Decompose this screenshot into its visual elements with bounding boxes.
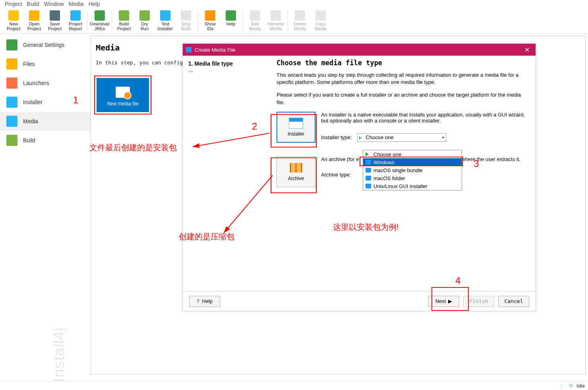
menu-window[interactable]: Window bbox=[43, 1, 66, 7]
choice-installer[interactable]: Installer bbox=[277, 112, 315, 143]
dialog-title-bar[interactable]: Create Media File ✕ bbox=[183, 44, 536, 56]
sidebar-item-general-settings[interactable]: General Settings bbox=[0, 35, 91, 54]
new-media-tile[interactable]: New media file bbox=[97, 78, 149, 112]
copy-media-icon bbox=[315, 10, 326, 21]
help-icon bbox=[226, 10, 236, 21]
open-project-icon bbox=[29, 10, 39, 21]
chevron-down-icon: ▾ bbox=[442, 135, 444, 140]
menu-project[interactable]: Project bbox=[3, 1, 24, 7]
wizard-p2: Please select if you want to create a fu… bbox=[277, 91, 529, 106]
menu-media[interactable]: Media bbox=[67, 1, 85, 7]
rename-media-icon bbox=[271, 10, 281, 21]
general-settings-icon bbox=[6, 39, 17, 50]
triangle-right-icon: ▶ bbox=[448, 298, 452, 304]
dry-run-icon bbox=[139, 10, 150, 21]
rename-media-button: RenameMedia bbox=[265, 10, 286, 32]
archive-type-label: Archive type: bbox=[321, 172, 351, 178]
project-report-button[interactable]: ProjectReport bbox=[65, 10, 86, 32]
choice-installer-label: Installer bbox=[288, 131, 304, 137]
new-project-icon bbox=[8, 10, 19, 21]
close-icon[interactable]: ✕ bbox=[518, 44, 536, 56]
launchers-icon bbox=[6, 78, 17, 89]
choice-archive[interactable]: Archive bbox=[277, 156, 315, 187]
dry-run-button[interactable]: DryRun bbox=[134, 10, 155, 32]
sidebar-label: General Settings bbox=[23, 42, 64, 48]
test-installer-icon bbox=[160, 10, 170, 21]
project-report-icon bbox=[70, 10, 81, 21]
dropdown-option[interactable]: Unix/Linux GUI installer bbox=[363, 182, 462, 190]
create-media-dialog: Create Media File ✕ 1. Media file type .… bbox=[182, 43, 536, 311]
sidebar-label: Launchers bbox=[23, 80, 49, 86]
download-jres-icon bbox=[95, 10, 105, 21]
show-ids-icon bbox=[205, 10, 215, 21]
files-icon bbox=[6, 58, 17, 70]
option-icon bbox=[366, 184, 371, 188]
option-icon bbox=[366, 160, 371, 165]
option-icon bbox=[366, 168, 371, 173]
installer-type-value: Choose one bbox=[366, 134, 393, 140]
sidebar-item-installer[interactable]: Installer bbox=[0, 93, 91, 112]
wizard-steps: 1. Media file type ... bbox=[183, 56, 270, 291]
choice-archive-label: Archive bbox=[288, 176, 304, 181]
installer-icon bbox=[6, 97, 17, 108]
annotation-box-1: New media file bbox=[94, 76, 151, 114]
edit-media-button: EditMedia bbox=[245, 10, 265, 32]
edit-media-icon bbox=[250, 10, 260, 21]
stop-build-icon bbox=[181, 10, 191, 21]
build-icon bbox=[6, 135, 17, 146]
open-project-button[interactable]: OpenProject bbox=[24, 10, 44, 32]
sidebar: General SettingsFilesLaunchersInstallerM… bbox=[0, 34, 91, 376]
dialog-footer: ? Help Next ▶ Finish Cancel bbox=[183, 291, 536, 311]
installer-icon bbox=[289, 118, 303, 129]
delete-media-button: DeleteMedia bbox=[290, 10, 310, 32]
next-button[interactable]: Next ▶ bbox=[428, 296, 459, 307]
dropdown-option[interactable]: Windows bbox=[363, 158, 462, 166]
installer-type-label: Installer type: bbox=[321, 134, 352, 140]
menu-help[interactable]: Help bbox=[87, 1, 102, 7]
dropdown-option[interactable]: macOS folder bbox=[363, 174, 462, 182]
sidebar-item-launchers[interactable]: Launchers bbox=[0, 74, 91, 93]
new-media-label: New media file bbox=[107, 101, 139, 107]
cancel-button[interactable]: Cancel bbox=[498, 296, 529, 307]
build-project-button[interactable]: BuildProject bbox=[114, 10, 134, 32]
finish-button[interactable]: Finish bbox=[463, 296, 494, 307]
wizard-step-1: 1. Media file type bbox=[188, 60, 265, 67]
sidebar-label: Build bbox=[23, 137, 35, 144]
dropdown-option[interactable]: Choose one bbox=[363, 150, 462, 158]
sidebar-item-build[interactable]: Build bbox=[0, 131, 91, 150]
archive-icon bbox=[289, 162, 303, 173]
sidebar-label: Files bbox=[23, 61, 35, 67]
status-idle: Idle bbox=[576, 383, 585, 389]
save-project-button[interactable]: SaveProject bbox=[44, 10, 65, 32]
stop-build-button: StopBuild bbox=[176, 10, 196, 32]
wizard-p1: This wizard leads you step by step throu… bbox=[277, 72, 529, 86]
toolbar: NewProjectOpenProjectSaveProjectProjectR… bbox=[0, 8, 588, 34]
build-project-icon bbox=[119, 10, 129, 21]
wizard-step-more: ... bbox=[188, 67, 265, 73]
save-project-icon bbox=[50, 10, 60, 21]
idle-icon bbox=[569, 383, 574, 389]
sidebar-label: Installer bbox=[23, 99, 43, 105]
wizard-heading: Choose the media file type bbox=[277, 59, 529, 67]
dropdown-option[interactable]: macOS single bundle bbox=[363, 166, 462, 174]
installer-desc: An installer is a native executable that… bbox=[321, 112, 529, 124]
new-project-button[interactable]: NewProject bbox=[3, 10, 24, 32]
sidebar-item-media[interactable]: Media bbox=[0, 112, 91, 131]
option-icon bbox=[366, 176, 371, 180]
show-ids-button[interactable]: ShowIDs bbox=[200, 10, 220, 32]
status-bar: | Idle bbox=[0, 381, 588, 390]
installer-type-combo[interactable]: Choose one ▾ bbox=[357, 133, 446, 142]
media-icon bbox=[6, 116, 17, 127]
help-button[interactable]: ? Help bbox=[189, 296, 220, 307]
arrow-icon bbox=[359, 136, 363, 140]
sidebar-item-files[interactable]: Files bbox=[0, 54, 91, 74]
copy-media-button: CopyMedia bbox=[310, 10, 331, 32]
dialog-icon bbox=[186, 47, 191, 52]
option-icon bbox=[366, 152, 371, 157]
test-installer-button[interactable]: TestInstaller bbox=[155, 10, 176, 32]
menu-build[interactable]: Build bbox=[25, 1, 41, 7]
installer-type-dropdown[interactable]: Choose oneWindowsmacOS single bundlemacO… bbox=[363, 150, 462, 190]
help-icon: ? bbox=[197, 298, 200, 304]
download-jres-button[interactable]: DownloadJREs bbox=[89, 10, 110, 32]
help-button[interactable]: Help bbox=[220, 10, 241, 32]
